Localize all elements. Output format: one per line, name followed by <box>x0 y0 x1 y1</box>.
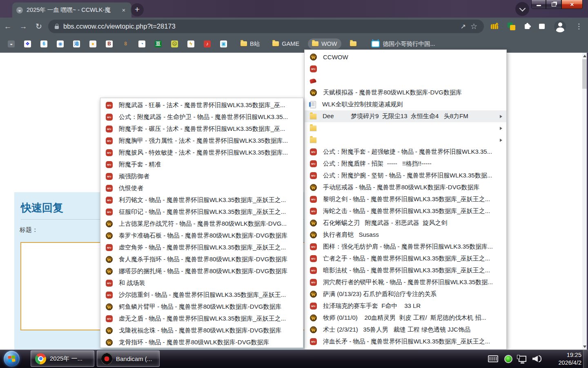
bookmark-menu-item[interactable]: 拉泽瑞克的赛车手套 F命中 33 LR <box>305 300 506 312</box>
tab-search-button[interactable] <box>515 2 529 16</box>
globe-favicon[interactable]: ◒ <box>8 40 15 47</box>
bookmark-menu-item[interactable]: 虚空角斧 - 物品 - 魔兽世界怀旧服WLK3.35数据库_巫妖王之... <box>100 242 303 254</box>
maximize-button[interactable] <box>546 0 561 9</box>
sidebar-icon[interactable] <box>539 24 545 29</box>
reload-button[interactable]: ↻ <box>31 22 47 31</box>
bookmark-menu-item[interactable]: 仇恨使者 <box>100 182 303 194</box>
pie-chart-favicon[interactable]: ◔ <box>138 40 145 47</box>
browser-menu-icon[interactable]: ⋮ <box>575 22 582 31</box>
bookmark-folder-wow[interactable]: WOW <box>308 38 341 49</box>
bookmark-menu-item[interactable]: WLK全职业控制技能递减规则 <box>305 99 506 110</box>
gang-favicon[interactable]: 港 <box>73 40 80 47</box>
show-desktop-button[interactable] <box>583 350 588 368</box>
network-tray-icon[interactable] <box>519 356 526 362</box>
bookmark-menu-item[interactable]: 天赋模拟器 - 魔兽世界80级WLK数据库-DVG数据库 <box>305 87 506 99</box>
tab-close-icon[interactable]: × <box>120 7 127 14</box>
bookmark-menu-item[interactable]: 虚无之盾 - 物品 - 魔兽世界怀旧服WLK3.35数据库_巫妖王之... <box>100 313 303 325</box>
orange-dot-favicon[interactable]: ● <box>89 40 96 47</box>
bookmark-folder-bzhan[interactable]: B站 <box>236 38 264 50</box>
bandicam-tray-icon[interactable] <box>504 355 512 363</box>
bookmark-menu-item[interactable] <box>305 134 506 146</box>
volume-tray-icon[interactable] <box>532 355 541 362</box>
bookmark-menu-item[interactable]: 淬血长矛 - 物品 - 魔兽世界怀旧服WLK3.35数据库_巫妖王之... <box>305 336 506 348</box>
bookmark-menu-item[interactable]: CCWOW <box>305 51 506 63</box>
cat-extension-icon[interactable] <box>491 24 498 29</box>
taskbar-clock[interactable]: 19:25 2026/4/2 <box>559 351 581 367</box>
share-icon[interactable]: ↗ <box>461 22 466 30</box>
bookmark-menu-item[interactable]: 手动惩戒器 - 物品 - 魔兽世界80级WLK数据库-DVG数据库 <box>305 182 506 193</box>
keyboard-tray-icon[interactable] <box>488 355 498 362</box>
bookmark-menu-item[interactable]: 附魔武器 - 狂暴 - 法术 - 魔兽世界怀旧服WLK3.35数据库_巫... <box>100 99 303 111</box>
douban-favicon[interactable]: 豆 <box>155 40 162 47</box>
bookmark-menu-item[interactable]: 征服印记 - 物品 - 魔兽世界怀旧服WLK3.35数据库_巫妖王之... <box>100 206 303 218</box>
bookmark-menu-item[interactable]: 亡者之手 - 物品 - 魔兽世界怀旧服WLK3.35数据库_巫妖王之... <box>305 253 506 265</box>
bookmark-menu-item[interactable]: 公式：附魔护腕 - 坚韧 - 物品 - 魔兽世界怀旧服WLK3.35数据... <box>305 170 506 182</box>
forward-button[interactable]: → <box>16 22 31 31</box>
bookmark-menu-item[interactable]: 附魔手套 - 精准 <box>100 159 303 171</box>
netease-music-favicon[interactable]: ♪ <box>204 40 211 47</box>
bookmark-menu-item[interactable] <box>305 75 506 87</box>
bookmark-star-icon[interactable]: ☆ <box>470 22 477 31</box>
bookmark-menu-item[interactable]: 顽强防御者 <box>100 171 303 182</box>
red-b-favicon[interactable]: B <box>106 40 113 47</box>
browser-tab[interactable]: ◒ 2025年 一血 嘿嘿~ - CCWLK-魔 × <box>12 2 131 18</box>
bookmark-menu-item[interactable]: 萨满 (0/13/23) 石爪护盾和治疗专注的关系 <box>305 288 506 300</box>
bookmark-menu-item[interactable]: 公式：附魔武器 - 生命护卫 - 物品 - 魔兽世界怀旧服WLK3.35... <box>100 111 303 123</box>
bookmark-menu-item[interactable]: 执行者肩铠 Susass <box>305 229 506 241</box>
bookmark-menu-item[interactable]: 洞穴爬行者的锁甲长靴 - 物品 - 魔兽世界怀旧服WLK3.35数据... <box>305 276 506 288</box>
new-tab-button[interactable]: + <box>131 3 144 16</box>
minimize-button[interactable] <box>531 0 546 9</box>
bookmark-menu-item[interactable] <box>305 63 506 75</box>
squares-extension-icon[interactable] <box>508 22 515 30</box>
close-button[interactable]: × <box>561 0 583 9</box>
window-controls: × <box>531 0 583 9</box>
taskbar-bandicam-button[interactable]: Bandicam (... <box>97 350 160 367</box>
bookmark-menu-item[interactable]: 上古德莱尼作战咒符 - 物品 - 魔兽世界80级WLK数据库-DVG... <box>100 218 303 230</box>
bookmark-menu-item[interactable]: 附魔胸甲 - 强力属性 - 法术 - 魔兽世界怀旧服WLK3.35数据库... <box>100 135 303 147</box>
bookmark-menu-item[interactable]: 公式：附魔盾牌 - 招架 ----- !!格挡!!----- <box>305 158 506 170</box>
bookmark-menu-item[interactable]: 附魔披风 - 特效敏捷 - 法术 - 魔兽世界怀旧服WLK3.35数据库... <box>100 147 303 159</box>
scrollbar-thumb[interactable] <box>582 59 587 89</box>
baidu-favicon[interactable]: ❖ <box>24 40 31 47</box>
peanut-favicon[interactable]: 8 <box>122 40 129 47</box>
blue-ball-favicon[interactable]: ◉ <box>57 40 64 47</box>
profile-avatar[interactable] <box>554 20 566 32</box>
bookmark-menu-item[interactable]: 食人魔杀手指环 - 物品 - 魔兽世界80级WLK数据库-DVG数据库 <box>100 254 303 265</box>
url-text[interactable]: bbs.ccwow.cc/viewtopic.php?t=28173 <box>63 22 456 30</box>
extensions-puzzle-icon[interactable] <box>525 24 530 29</box>
back-button[interactable]: ← <box>0 22 16 31</box>
address-bar[interactable]: bbs.ccwow.cc/viewtopic.php?t=28173 ↗ ☆ <box>48 20 484 33</box>
angry-face-favicon[interactable]: ☹ <box>171 40 178 47</box>
bookmark-menu-item[interactable]: 石化蜥蜴之刃 附魔武器 - 邪恶武器 旋风之剑 <box>305 217 506 229</box>
bookmark-menu-item[interactable]: 附魔手套 - 碾压 - 法术 - 魔兽世界怀旧服WLK3.35数据库_巫... <box>100 123 303 135</box>
bookmark-folder-game[interactable]: GAME <box>268 38 303 49</box>
bookmark-menu-item[interactable] <box>305 122 506 134</box>
bookmark-item-icon <box>310 114 316 119</box>
bookmark-menu-item[interactable]: 娜塔莎的捆扎绳 - 物品 - 魔兽世界80级WLK数据库-DVG数据库 <box>100 265 303 277</box>
bookmark-menu-item[interactable]: 海蛇之击 - 物品 - 魔兽世界怀旧服WLK3.35数据库_巫妖王之... <box>305 205 506 217</box>
bookmark-menu-item[interactable]: 沙尔德重剑 - 物品 - 魔兽世界怀旧服WLK3.35数据库_巫妖王... <box>100 289 303 301</box>
bookmark-menu-item[interactable]: Dee 梦境碎片9 无限尘13 永恒生命4 头8力FM <box>305 110 506 122</box>
bookmark-menu-item[interactable]: 牧师 (0/11/0) 20血精灵男 剥皮 工程/ 斯尼德的伐木机 招... <box>305 312 506 324</box>
hornet-favicon[interactable]: ϟ <box>187 40 194 47</box>
bookmark-bilibili-trip[interactable]: 德国小哥骑行中国... <box>371 40 435 48</box>
bookmark-menu-item[interactable]: 暗影法杖 - 物品 - 魔兽世界怀旧服WLK3.35数据库_巫妖王之... <box>305 265 506 276</box>
bookmark-menu-item[interactable]: 黎明之剑 - 物品 - 魔兽世界怀旧服WLK3.35数据库_巫妖王之... <box>305 193 506 205</box>
page-scrollbar[interactable] <box>582 53 587 350</box>
bookmark-menu-item[interactable]: 龙骨指环 - 物品 - 魔兽世界80级WLK数据库-DVG数据库 <box>100 337 303 348</box>
bookmark-menu-item[interactable]: 公式：附魔手套 - 超强敏捷 - 物品 - 魔兽世界怀旧服WLK3.35... <box>305 146 506 158</box>
bookmark-menu-item[interactable]: 图样：强化毛纺护肩 - 物品 - 魔兽世界怀旧服WLK3.35数据库... <box>305 241 506 253</box>
bilibili-favicon[interactable]: ▣ <box>220 40 227 47</box>
taskbar-chrome-button[interactable]: 2025年 一... <box>31 350 94 367</box>
scroll-down-arrow-icon[interactable] <box>582 343 587 350</box>
bookmark-folder-unnamed[interactable] <box>346 39 363 48</box>
bookmark-menu-item[interactable]: 和 战场装 <box>100 277 303 289</box>
bookmark-menu-item[interactable]: 泰罗卡准确石板 - 物品 - 魔兽世界80级WLK数据库-DVG数据库 <box>100 230 303 242</box>
scroll-up-arrow-icon[interactable] <box>582 53 587 59</box>
blue-6-favicon[interactable]: 6 <box>40 40 47 47</box>
bookmark-menu-item[interactable]: 利刃铭文 - 物品 - 魔兽世界怀旧服WLK3.35数据库_巫妖王之... <box>100 194 303 206</box>
bookmark-menu-item[interactable]: 鳄鱼鳞片臂甲 - 物品 - 魔兽世界80级WLK数据库-DVG数据库 <box>100 301 303 313</box>
bookmark-menu-item[interactable]: 术士 (2/3/21) 35兽人男 裁缝 工程 绿色透镜 JJC饰品 <box>305 324 506 336</box>
start-button[interactable] <box>4 351 20 367</box>
bookmark-menu-item[interactable]: 戈隆祝福念珠 - 物品 - 魔兽世界80级WLK数据库-DVG数据库 <box>100 325 303 337</box>
